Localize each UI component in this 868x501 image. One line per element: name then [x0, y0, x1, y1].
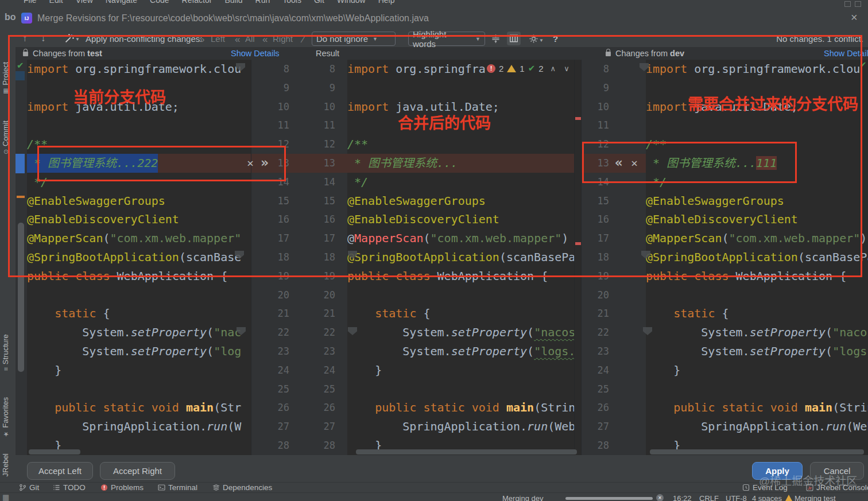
line-separator-widget[interactable]: CRLF	[699, 494, 719, 501]
menu-edit[interactable]: Edit	[43, 0, 69, 5]
line-number: 14	[289, 173, 335, 192]
magic-resolve-icon[interactable]	[63, 32, 76, 45]
tool-window-label: JRebel	[1, 453, 10, 476]
code-line: * 图书管理系统...111	[646, 154, 868, 173]
apply-all-label[interactable]: All	[245, 34, 255, 44]
menu-git[interactable]: Git	[308, 0, 331, 5]
result-editor-pane[interactable]: import org.springfraimport java.util.Dat…	[347, 60, 574, 455]
tool-window-button-favorites[interactable]: ★Favorites	[1, 397, 10, 438]
window-close-icon[interactable]	[855, 1, 861, 7]
next-issue-chevron[interactable]: ∨	[564, 64, 569, 73]
dialog-close-icon[interactable]: ×	[851, 11, 858, 24]
line-number: 21	[251, 304, 289, 323]
ignore-policy-select[interactable]: Do not ignore ▼	[312, 32, 396, 46]
gutter-row: 88	[251, 60, 348, 79]
side-by-side-viewer-icon[interactable]	[507, 32, 521, 45]
tool-window-label: TODO	[63, 483, 86, 492]
apply-all-glyph[interactable]: «	[235, 34, 240, 45]
tool-window-button-commit[interactable]: ⊙Commit	[1, 121, 10, 154]
indent-widget[interactable]: 4 spaces	[752, 494, 782, 501]
menu-window[interactable]: Window	[331, 0, 372, 5]
prev-issue-chevron[interactable]: ∧	[551, 64, 556, 73]
resolve-dropdown-arrow[interactable]: ▼	[75, 37, 80, 42]
encoding-widget[interactable]: UTF-8	[726, 494, 747, 501]
tool-window-button-problems[interactable]: Problems	[100, 483, 144, 492]
menu-file[interactable]: File	[17, 0, 43, 5]
code-line: public class WebApplication {	[27, 267, 251, 286]
change-marker	[16, 71, 25, 80]
gutter-row: 2222	[251, 323, 348, 342]
menu-refactor[interactable]: Refactor	[176, 0, 219, 5]
selection-marker[interactable]	[16, 154, 25, 173]
line-number: 19	[289, 267, 335, 286]
cancel-task-icon[interactable]: ×	[656, 494, 664, 501]
collapse-unchanged-icon[interactable]	[489, 32, 502, 45]
next-change-button[interactable]: ↓	[41, 33, 46, 44]
code-line: @SpringBootApplication(scanBase	[27, 248, 251, 267]
apply-change-button[interactable]: «	[615, 153, 622, 172]
help-icon[interactable]: ?	[553, 34, 558, 44]
gear-dropdown-arrow[interactable]: ▼	[539, 38, 544, 43]
right-editor-pane[interactable]: import org.springframework.clouimport ja…	[646, 60, 868, 455]
accept-left-button[interactable]: Accept Left	[27, 462, 93, 480]
gutter-row: 2828	[251, 436, 348, 455]
left-editor-pane[interactable]: import org.springframework.clouimport ja…	[27, 60, 251, 455]
highlight-mode-select[interactable]: Highlight words ▼	[408, 32, 485, 46]
right-show-details-link[interactable]: Show Details	[824, 49, 868, 58]
code-line: static {	[347, 304, 574, 323]
settings-gear-icon[interactable]	[526, 32, 540, 45]
line-number: 12	[582, 135, 609, 154]
tool-window-button-dependencies[interactable]: Dependencies	[212, 483, 272, 492]
menu-code[interactable]: Code	[144, 0, 175, 5]
layout-grid-icon[interactable]: ▦	[2, 493, 9, 501]
code-line: @EnableSwaggerGroups	[347, 192, 574, 211]
code-line: SpringApplication.run(W	[27, 417, 251, 436]
apply-right-label[interactable]: Right	[273, 34, 293, 44]
menu-help[interactable]: Help	[372, 0, 401, 5]
menu-view[interactable]: View	[69, 0, 99, 5]
apply-button[interactable]: Apply	[752, 462, 803, 480]
right-result-gutter: 8910111213«×1415161718192021222324252627…	[581, 60, 647, 455]
line-number: 10	[289, 98, 335, 116]
left-show-details-link[interactable]: Show Details	[231, 49, 280, 58]
line-number: 24	[582, 361, 609, 380]
left-scrollbar-thumb[interactable]	[18, 223, 24, 372]
apply-left-glyph[interactable]: »	[199, 34, 204, 45]
dialog-footer: Accept Left Accept Right Apply Cancel	[16, 455, 868, 482]
window-restore-icon[interactable]	[844, 1, 851, 7]
tool-window-button-todo[interactable]: TODO	[53, 483, 86, 492]
menu-tools[interactable]: Tools	[276, 0, 308, 5]
code-line: */	[347, 173, 574, 192]
pane-header-row: Changes from test Show Details Result Ch…	[16, 47, 868, 60]
apply-right-glyph[interactable]: «	[262, 34, 268, 45]
apply-left-label[interactable]: Left	[211, 34, 225, 44]
cancel-button[interactable]: Cancel	[810, 462, 864, 480]
code-line: * 图书管理系统...222	[27, 154, 251, 173]
hscrollbar-thumb[interactable]	[356, 449, 577, 455]
menu-build[interactable]: Build	[218, 0, 249, 5]
tool-window-button-git[interactable]: Git	[19, 483, 39, 492]
conflict-stripe-mark[interactable]	[575, 117, 581, 120]
accept-right-button[interactable]: Accept Right	[100, 462, 175, 480]
tool-window-button-jrebel-console[interactable]: JrJRebel Console	[806, 483, 868, 492]
prev-change-button[interactable]: ↑	[22, 33, 28, 44]
tool-window-button-project[interactable]: ▦Project	[1, 62, 10, 95]
inspections-widget[interactable]: ! 2 1 ✔ 2 ∧ ∨	[487, 63, 569, 73]
line-number: 28	[289, 436, 335, 455]
line-number: 16	[289, 210, 335, 229]
hscrollbar-thumb[interactable]	[29, 449, 80, 455]
tool-window-button-event-log[interactable]: Event Log	[742, 483, 788, 492]
menu-run[interactable]: Run	[249, 0, 277, 5]
gutter-row: 8	[582, 60, 646, 79]
line-number: 28	[251, 436, 289, 455]
menu-navigate[interactable]: Navigate	[99, 0, 144, 5]
tool-window-button-terminal[interactable]: Terminal	[158, 483, 197, 492]
ok-count: 2	[538, 64, 543, 73]
gutter-row: 10	[582, 98, 646, 116]
hscrollbar-thumb[interactable]	[650, 449, 864, 455]
tool-window-button-structure[interactable]: ≡Structure	[1, 334, 10, 371]
tool-window-button-jrebel[interactable]: JRebel	[1, 453, 10, 476]
ignore-change-button[interactable]: ×	[631, 154, 638, 173]
code-line: }	[347, 361, 574, 380]
conflict-stripe-mark[interactable]	[575, 242, 581, 245]
